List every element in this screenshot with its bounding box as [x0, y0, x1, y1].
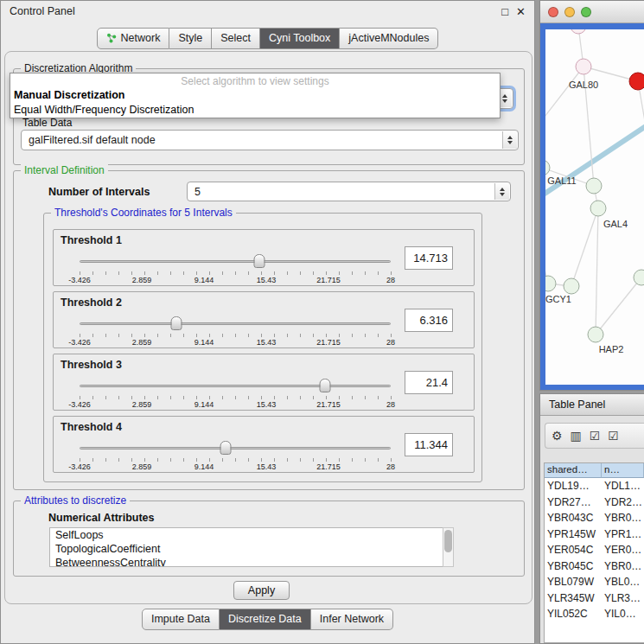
- table-cell[interactable]: YBR045C: [545, 558, 602, 575]
- settings-gear-icon[interactable]: ⚙: [552, 430, 563, 442]
- threshold-1-panel: Threshold 1 -3.4262.8599.14415.4321.7152…: [53, 229, 475, 286]
- network-edge[interactable]: [596, 277, 641, 335]
- network-node[interactable]: [634, 270, 644, 285]
- tab-style[interactable]: Style: [169, 28, 212, 49]
- table-cell[interactable]: YER0…: [602, 542, 644, 558]
- tab-cyni-toolbox[interactable]: Cyni Toolbox: [260, 28, 340, 49]
- table-cell[interactable]: YBR0…: [602, 558, 644, 575]
- slider-track[interactable]: [80, 385, 391, 387]
- network-edge[interactable]: [545, 67, 583, 124]
- table-cell[interactable]: YPR145W: [545, 526, 602, 543]
- slider-thumb[interactable]: [220, 441, 232, 455]
- attribute-list-item[interactable]: SelfLoops: [55, 528, 453, 542]
- tab-discretize-data[interactable]: Discretize Data: [220, 609, 311, 630]
- network-node[interactable]: [564, 278, 579, 294]
- network-node-gal80[interactable]: [576, 59, 591, 74]
- table-cell[interactable]: YER054C: [545, 542, 602, 558]
- select-column-check-icon[interactable]: ☑: [608, 430, 619, 442]
- slider-track[interactable]: [80, 260, 391, 263]
- table-cell[interactable]: YPR1…: [602, 526, 644, 543]
- network-node-gal4[interactable]: [590, 201, 606, 216]
- table-cell[interactable]: YDL19…: [545, 478, 602, 494]
- table-panel-toolbar: ⚙▥☑☑: [545, 423, 644, 449]
- network-canvas[interactable]: GAL80GAL11GAL4GCY1HAP2: [545, 29, 644, 385]
- table-cell[interactable]: YLR3…: [602, 590, 643, 607]
- table-row[interactable]: YPR145WYPR1…: [545, 526, 644, 543]
- node-label: GAL80: [569, 80, 598, 90]
- slider-scale-label: -3.426: [68, 462, 91, 471]
- popup-option-equal-width-frequency[interactable]: Equal Width/Frequency Discretization: [10, 103, 500, 118]
- column-header-name[interactable]: n…: [602, 463, 644, 478]
- network-edge[interactable]: [596, 208, 598, 335]
- table-row[interactable]: YIL052CYIL0…: [545, 606, 644, 622]
- table-cell[interactable]: YDL1…: [602, 478, 643, 494]
- slider-track[interactable]: [80, 322, 391, 325]
- network-node[interactable]: [586, 178, 602, 194]
- combo-stepper-icon[interactable]: [494, 183, 509, 200]
- threshold-value-field[interactable]: 11.344: [405, 433, 453, 456]
- minimize-traffic-light-icon[interactable]: [564, 7, 575, 17]
- table-row[interactable]: YDR27…YDR2…: [545, 494, 644, 511]
- slider-thumb[interactable]: [170, 316, 182, 330]
- network-node-hap2[interactable]: [588, 327, 603, 342]
- table-cell[interactable]: YBR0…: [602, 510, 644, 526]
- table-cell[interactable]: YBR043C: [545, 510, 602, 526]
- close-window-icon[interactable]: ✕: [516, 5, 526, 18]
- attribute-list-item[interactable]: BetweennessCentrality: [55, 556, 453, 567]
- combo-stepper-icon[interactable]: [502, 131, 517, 149]
- select-all-check-icon[interactable]: ☑: [590, 430, 601, 442]
- table-row[interactable]: YDL19…YDL1…: [545, 478, 644, 494]
- network-node-gal11[interactable]: [545, 160, 550, 175]
- network-node[interactable]: [629, 73, 644, 90]
- tab-infer-network[interactable]: Infer Network: [311, 609, 393, 630]
- slider-scale-label: 9.144: [194, 462, 214, 471]
- table-cell[interactable]: YBL0…: [602, 574, 642, 590]
- threshold-4-slider[interactable]: [80, 439, 391, 456]
- attribute-list-item[interactable]: TopologicalCoefficient: [55, 542, 453, 556]
- tab-label: Select: [220, 32, 251, 44]
- interval-definition-group: Interval Definition Number of Intervals …: [13, 170, 525, 490]
- apply-button[interactable]: Apply: [233, 581, 290, 600]
- tab-select[interactable]: Select: [212, 28, 260, 49]
- numerical-attributes-list[interactable]: SelfLoopsTopologicalCoefficientBetweenne…: [49, 527, 454, 567]
- table-cell[interactable]: YIL0…: [602, 606, 639, 622]
- column-header-shared[interactable]: shared…: [545, 463, 602, 478]
- tab-jactivemnodules[interactable]: jActiveMNodules: [340, 28, 438, 49]
- network-edge[interactable]: [571, 208, 598, 286]
- threshold-2-slider[interactable]: [80, 315, 391, 332]
- threshold-1-slider[interactable]: [80, 252, 391, 270]
- table-cell[interactable]: YIL052C: [545, 606, 602, 622]
- table-row[interactable]: YBR045CYBR0…: [545, 558, 644, 575]
- slider-track[interactable]: [80, 447, 391, 450]
- network-node[interactable]: [571, 29, 586, 34]
- slider-thumb[interactable]: [320, 379, 331, 392]
- table-cell[interactable]: YDR2…: [602, 494, 644, 511]
- zoom-traffic-light-icon[interactable]: [581, 7, 591, 17]
- float-window-icon[interactable]: □: [501, 5, 508, 18]
- network-node-gcy1[interactable]: [545, 276, 556, 291]
- table-cell[interactable]: YLR345W: [545, 590, 602, 607]
- table-row[interactable]: YLR345WYLR3…: [545, 590, 644, 607]
- column-layout-icon[interactable]: ▥: [571, 430, 582, 442]
- network-graph[interactable]: GAL80GAL11GAL4GCY1HAP2: [545, 29, 644, 385]
- threshold-3-slider[interactable]: [80, 377, 391, 394]
- threshold-value-field[interactable]: 14.713: [405, 246, 453, 270]
- table-cell[interactable]: YDR27…: [545, 494, 602, 511]
- threshold-label: Threshold 2: [61, 296, 122, 309]
- slider-scale: -3.4262.8599.14415.4321.71528: [80, 276, 391, 284]
- table-cell[interactable]: YBL079W: [545, 574, 602, 590]
- popup-option-manual-discretization[interactable]: Manual Discretization: [10, 88, 500, 103]
- attributes-scrollbar[interactable]: [443, 527, 454, 567]
- threshold-value-field[interactable]: 6.316: [405, 309, 453, 332]
- table-row[interactable]: YBR043CYBR0…: [545, 510, 644, 526]
- tab-network[interactable]: Network: [97, 28, 170, 49]
- scrollbar-thumb[interactable]: [444, 530, 452, 552]
- slider-thumb[interactable]: [253, 254, 265, 268]
- number-of-intervals-combobox[interactable]: 5: [187, 182, 511, 201]
- threshold-value-field[interactable]: 21.4: [405, 371, 453, 394]
- table-data-combobox[interactable]: galFiltered.sif default node: [21, 130, 519, 150]
- table-row[interactable]: YER054CYER0…: [545, 542, 644, 558]
- tab-impute-data[interactable]: Impute Data: [142, 609, 220, 630]
- table-row[interactable]: YBL079WYBL0…: [545, 574, 644, 590]
- close-traffic-light-icon[interactable]: [548, 7, 558, 17]
